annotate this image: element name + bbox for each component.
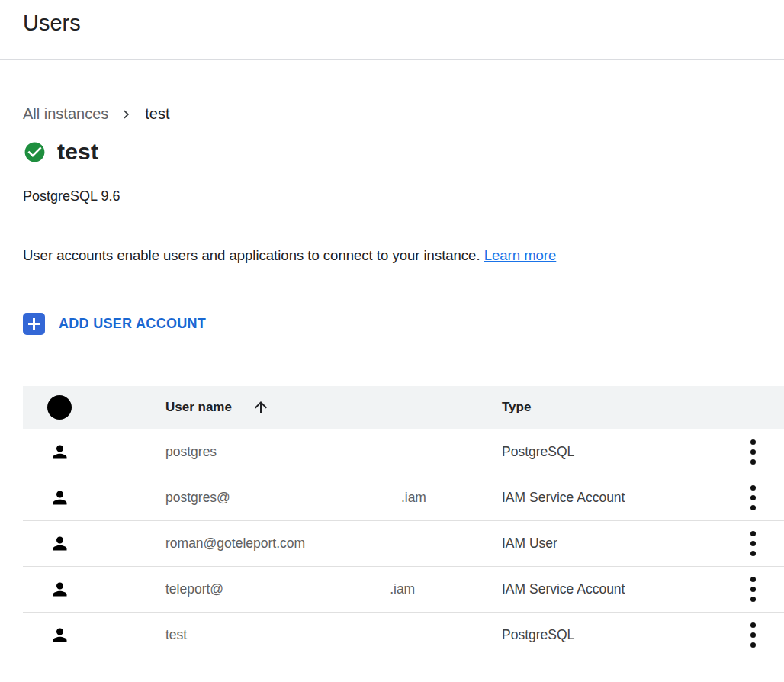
avatar-cell bbox=[23, 442, 165, 462]
page-title: Users bbox=[23, 9, 761, 37]
row-menu-kebab-icon[interactable] bbox=[747, 617, 759, 653]
instance-title-row: test bbox=[23, 139, 784, 165]
breadcrumb-all-instances[interactable]: All instances bbox=[23, 105, 108, 123]
type-column-header[interactable]: Type bbox=[502, 400, 731, 415]
user-type-cell: IAM User bbox=[502, 536, 731, 552]
breadcrumb: All instances test bbox=[23, 105, 784, 123]
users-description: User accounts enable users and applicati… bbox=[23, 247, 784, 264]
person-icon bbox=[50, 487, 70, 508]
user-type-cell: PostgreSQL bbox=[502, 627, 731, 643]
user-name-cell: teleport@.iam bbox=[165, 581, 502, 597]
avatar-cell bbox=[23, 487, 165, 508]
user-name-text: test bbox=[165, 627, 187, 643]
user-name-cell: postgres bbox=[165, 444, 502, 460]
row-menu-kebab-icon[interactable] bbox=[747, 434, 759, 470]
sort-ascending-arrow-icon[interactable] bbox=[252, 398, 270, 417]
user-name-text: teleport@ bbox=[165, 581, 223, 597]
table-row: teleport@.iam IAM Service Account bbox=[23, 567, 784, 613]
user-name-column-header[interactable]: User name bbox=[165, 398, 502, 417]
description-text: User accounts enable users and applicati… bbox=[23, 247, 480, 263]
person-icon bbox=[50, 579, 70, 600]
learn-more-link[interactable]: Learn more bbox=[484, 247, 557, 263]
avatar-cell bbox=[23, 579, 165, 600]
actions-cell bbox=[731, 571, 784, 607]
user-type-cell: IAM Service Account bbox=[502, 581, 731, 597]
user-name-text: roman@goteleport.com bbox=[165, 536, 305, 552]
user-type-cell: PostgreSQL bbox=[502, 444, 731, 460]
user-name-cell: roman@goteleport.com bbox=[165, 536, 502, 552]
user-name-cell: postgres@.iam bbox=[165, 490, 502, 506]
avatar-header-circle-icon bbox=[47, 395, 72, 420]
user-name-cell: test bbox=[165, 627, 502, 643]
table-row: roman@goteleport.com IAM User bbox=[23, 521, 784, 567]
actions-cell bbox=[731, 526, 784, 561]
table-row: test PostgreSQL bbox=[23, 613, 784, 658]
add-user-account-label: ADD USER ACCOUNT bbox=[59, 316, 206, 332]
actions-cell bbox=[731, 617, 784, 653]
page-header: Users bbox=[0, 0, 784, 60]
redacted-gap bbox=[230, 497, 401, 498]
breadcrumb-current: test bbox=[145, 105, 169, 123]
user-name-text: .iam bbox=[401, 490, 426, 506]
user-name-text: .iam bbox=[390, 581, 415, 597]
person-icon bbox=[50, 442, 70, 462]
person-icon bbox=[50, 533, 70, 554]
type-header-label: Type bbox=[502, 400, 531, 414]
table-header-row: User name Type bbox=[23, 386, 784, 429]
chevron-right-icon bbox=[118, 106, 135, 123]
actions-cell bbox=[731, 434, 784, 470]
row-menu-kebab-icon[interactable] bbox=[747, 526, 759, 561]
redacted-gap bbox=[223, 589, 390, 590]
person-icon bbox=[50, 625, 70, 645]
actions-cell bbox=[731, 480, 784, 516]
user-name-text: postgres bbox=[165, 444, 217, 460]
row-menu-kebab-icon[interactable] bbox=[747, 571, 759, 607]
user-type-cell: IAM Service Account bbox=[502, 490, 731, 506]
status-ok-icon bbox=[23, 140, 47, 164]
instance-version: PostgreSQL 9.6 bbox=[23, 188, 784, 204]
user-name-header-label: User name bbox=[165, 400, 232, 415]
plus-icon bbox=[23, 313, 45, 335]
avatar-column-header bbox=[23, 395, 165, 420]
avatar-cell bbox=[23, 625, 165, 645]
add-user-account-button[interactable]: ADD USER ACCOUNT bbox=[23, 313, 206, 335]
user-name-text: postgres@ bbox=[165, 490, 230, 506]
row-menu-kebab-icon[interactable] bbox=[747, 480, 759, 516]
main-content: All instances test test PostgreSQL 9.6 U… bbox=[0, 105, 784, 264]
avatar-cell bbox=[23, 533, 165, 554]
table-row: postgres PostgreSQL bbox=[23, 429, 784, 475]
instance-name: test bbox=[57, 139, 98, 165]
table-row: postgres@.iam IAM Service Account bbox=[23, 475, 784, 521]
table-body: postgres PostgreSQL postgres@.iam IAM Se… bbox=[23, 429, 784, 658]
users-table: User name Type postgres PostgreSQL bbox=[23, 386, 784, 658]
